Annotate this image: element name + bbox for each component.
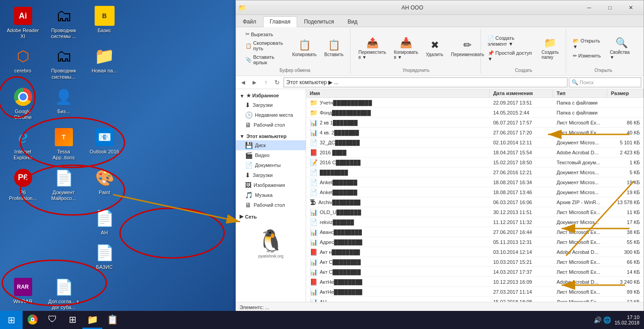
- file-icon: 📄: [310, 169, 317, 176]
- desktop-icon-new-folder[interactable]: 📁 Новая па...: [85, 44, 124, 82]
- tab-home[interactable]: Главная: [263, 16, 298, 27]
- move-to-button[interactable]: 📤 Переместитьв ▼: [355, 35, 389, 62]
- new-folder-ribbon-button[interactable]: 📁 Создатьпапку: [538, 35, 562, 62]
- table-row[interactable]: 📄rekviz██████11.12.2017 11:32Документ Mi…: [306, 217, 644, 227]
- search-box[interactable]: 🔍 Поиск: [569, 77, 641, 87]
- cut-button[interactable]: ✂ Вырезать: [243, 30, 288, 38]
- desktop-icon-adobe[interactable]: Ai Adobe Reader XI: [4, 4, 42, 42]
- sidebar-item-recent[interactable]: 🕒 Недавние места: [236, 110, 306, 120]
- taskbar-explorer[interactable]: 📁: [82, 311, 102, 329]
- table-row[interactable]: 📊OLD_U███████30.12.2013 11:51Лист Micros…: [306, 207, 644, 217]
- sidebar-item-downloads[interactable]: ⬇ Загрузки: [236, 100, 306, 110]
- logo-text: pyatishnik.org: [258, 254, 284, 258]
- desktop-icon-biz[interactable]: 👤 Биз...: [44, 85, 83, 123]
- taskbar-tray: 🔊 🌐 17:10 15.02.2018: [594, 315, 644, 325]
- address-path[interactable]: Этот компьютер ▶ ...: [284, 77, 567, 87]
- penguin-logo: 🐧 pyatishnik.org: [248, 225, 293, 262]
- table-row[interactable]: 📄Anket███████18.08.2017 13:46Документ Mi…: [306, 187, 644, 197]
- taskbar-start2[interactable]: ⊞: [62, 311, 82, 329]
- tab-view[interactable]: Вид: [341, 16, 364, 27]
- table-row[interactable]: 📁Фонд███████████14.05.2015 2:44Папка с ф…: [306, 108, 644, 118]
- col-header-date[interactable]: Дата изменения: [490, 89, 553, 97]
- table-row[interactable]: 📊Акт С████████14.03.2017 17:37Лист Micro…: [306, 267, 644, 277]
- desktop-icon-paint[interactable]: 🎨 Paint: [85, 166, 124, 204]
- refresh-button[interactable]: ↻: [272, 77, 282, 87]
- desktop-icon-winrar[interactable]: RAR WinRAR: [4, 275, 42, 313]
- desktop-icon-bazis[interactable]: 📄 БАЗИС: [85, 240, 124, 272]
- file-size-cell: 86 КБ: [607, 119, 644, 126]
- sidebar-item-images[interactable]: 🖼 Изображения: [236, 180, 306, 190]
- close-button[interactable]: ✕: [620, 0, 641, 15]
- back-button[interactable]: ◄: [238, 77, 248, 87]
- desktop-icon-p6[interactable]: P6 P6 Profession...: [4, 166, 42, 204]
- table-row[interactable]: 📕Акт н████████03.10.2014 12:14Adobe Acro…: [306, 247, 644, 257]
- sidebar-item-documents[interactable]: 📄 Документы: [236, 160, 306, 170]
- images-icon: 🖼: [245, 181, 251, 189]
- forward-button[interactable]: ►: [250, 77, 260, 87]
- desktop-icon-doc[interactable]: 📄 Документ Майросо...: [44, 166, 83, 204]
- this-pc-label: Этот компьютер: [246, 134, 287, 139]
- table-row[interactable]: 📄32_ДС███████02.10.2014 12:11Документ Mi…: [306, 138, 644, 148]
- delete-button[interactable]: ✖ Удалить: [423, 38, 447, 59]
- paste-button[interactable]: 📋 Вставить: [321, 38, 346, 59]
- file-name-cell: 📄Anket███████: [306, 178, 490, 187]
- favorites-header[interactable]: ▼ ★ Избранное: [236, 91, 306, 100]
- copy-path-button[interactable]: 📋 Скопировать путь: [243, 39, 288, 52]
- file-name: 2016 ████: [320, 150, 346, 155]
- col-header-name[interactable]: Имя: [306, 89, 490, 97]
- desktop-icon-cerebro[interactable]: ⬡ cerebro: [4, 44, 42, 82]
- taskbar-security[interactable]: 🛡: [43, 311, 62, 329]
- new-element-button[interactable]: 📄 Создать элемент ▼: [485, 34, 537, 48]
- sidebar-item-music[interactable]: 🎵 Музыка: [236, 190, 306, 200]
- title-bar: 📁 АН ООО ─ □ ✕: [236, 0, 644, 15]
- open-button[interactable]: 📂 Открыть ▼: [571, 37, 606, 51]
- tab-file[interactable]: Файл: [236, 16, 263, 27]
- table-row[interactable]: 🗜Archiv████████06.03.2017 16:06Архив ZIP…: [306, 197, 644, 207]
- table-row[interactable]: 📊АктНе████████27.03.2017 11:14Лист Micro…: [306, 287, 644, 297]
- properties-button[interactable]: 🔍 Свойства ▼: [606, 35, 636, 62]
- col-header-size[interactable]: Размер: [607, 89, 644, 97]
- desktop-icon-provodnik[interactable]: 🗂 Проводник системы ...: [44, 4, 83, 42]
- desktop-icon-outlook[interactable]: 📧 Outlook 2016: [85, 125, 124, 163]
- table-row[interactable]: 📄████████27.06.2016 12:21Документ Micros…: [306, 167, 644, 177]
- table-row[interactable]: 📊Адрес████████05.11.2013 12:31Лист Micro…: [306, 237, 644, 247]
- table-row[interactable]: 📝2016 С███████15.02.2017 18:50Текстовый …: [306, 157, 644, 167]
- desktop-icon-chrome[interactable]: Google Chrome: [4, 85, 42, 123]
- table-row[interactable]: 📊Аванс████████27.06.2017 16:44Лист Micro…: [306, 227, 644, 237]
- this-pc-header[interactable]: ▼ Этот компьютер: [236, 132, 306, 140]
- maximize-button[interactable]: □: [600, 0, 620, 15]
- table-row[interactable]: 📊Акт С████████10.03.2017 15:21Лист Micro…: [306, 257, 644, 267]
- paste-shortcut-button[interactable]: 📎 Вставить ярлык: [243, 53, 288, 67]
- desktop-icon-tessa[interactable]: T Tessa App..tions: [44, 125, 83, 163]
- sidebar-item-downloads2[interactable]: ⬇ Загрузки: [236, 170, 306, 180]
- table-row[interactable]: 📄Anket███████18.08.2017 16:34Документ Mi…: [306, 177, 644, 187]
- table-row[interactable]: 📊АН15.02.2018 18:08Лист Microsoft Ex...1…: [306, 297, 644, 302]
- sidebar-item-desktop2[interactable]: 🖥 Рабочий стол: [236, 200, 306, 210]
- tab-share[interactable]: Поделиться: [297, 16, 341, 27]
- sidebar-item-video[interactable]: 🎬 Видео: [236, 150, 306, 160]
- table-row[interactable]: 📕2016 ████18.04.2017 15:54Adobe Acrobat …: [306, 148, 644, 157]
- desktop-icon-ie[interactable]: ℯ Internet Explorer: [4, 125, 42, 163]
- desktop-icon-basis[interactable]: B Базис: [85, 4, 124, 42]
- table-row[interactable]: 📊2 кв 1███████06.07.2017 17:57Лист Micro…: [306, 118, 644, 128]
- table-row[interactable]: 📁Учетн███████████22.09.2017 13:51Папка с…: [306, 98, 644, 108]
- col-header-type[interactable]: Тип: [553, 89, 607, 97]
- start-button[interactable]: ⊞: [0, 311, 23, 329]
- edit-button[interactable]: ✏ Изменить: [571, 52, 606, 60]
- copy-to-button[interactable]: 📥 Копироватьв ▼: [391, 35, 422, 62]
- desktop-icon-ah[interactable]: 📄 АН: [85, 206, 124, 238]
- sidebar-item-drive1[interactable]: 💾 Диск: [236, 140, 306, 150]
- desktop-icon-provodnik2[interactable]: 🗂 Проводник системы...: [44, 44, 83, 82]
- sidebar-item-desktop[interactable]: 🖥 Рабочий стол: [236, 120, 306, 130]
- table-row[interactable]: 📕АктНе████████10.12.2013 16:09Adobe Acro…: [306, 277, 644, 287]
- copy-button[interactable]: 📋 Копировать: [289, 38, 320, 59]
- taskbar-chrome[interactable]: [23, 311, 43, 329]
- provodnik2-label: Проводник системы...: [47, 68, 81, 80]
- desktop-icon-dop[interactable]: 📄 Доп.согла... к дог суба...: [44, 275, 83, 313]
- table-row[interactable]: 📊4 кв. 2███████27.06.2017 17:20Лист Micr…: [306, 128, 644, 138]
- easy-access-button[interactable]: 📌 Простой доступ ▼: [485, 49, 537, 63]
- network-header[interactable]: ▶ Сеть: [236, 212, 306, 221]
- minimize-button[interactable]: ─: [579, 0, 600, 15]
- taskbar-clipboard[interactable]: 📋: [102, 311, 122, 329]
- up-button[interactable]: ↑: [261, 77, 271, 87]
